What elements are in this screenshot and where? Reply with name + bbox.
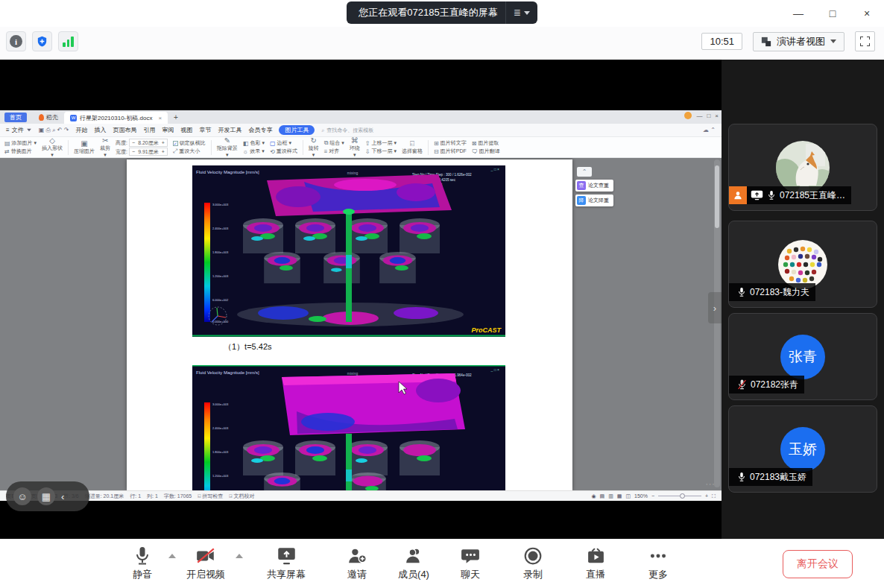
align-button[interactable]: ≡对齐	[324, 148, 344, 155]
share-screen-button[interactable]: 共享屏幕	[256, 546, 316, 581]
live-stream-button[interactable]: 直播	[572, 546, 619, 581]
new-tab-button[interactable]: +	[174, 113, 178, 121]
view-page-icon[interactable]: ▤	[600, 493, 605, 499]
procast-simulation-image-1[interactable]: _ □ × Fluid Velocity Magnitude [mm/s] mi…	[192, 165, 505, 337]
zoom-level[interactable]: 150%	[634, 493, 648, 499]
meeting-info-button[interactable]: i	[6, 31, 26, 51]
menu-insert[interactable]: 插入	[94, 126, 106, 134]
document-page[interactable]: _ □ × Fluid Velocity Magnitude [mm/s] mi…	[127, 159, 572, 490]
selection-pane-button[interactable]: ⍇选择窗格	[402, 140, 423, 155]
replace-image-button[interactable]: ⇄替换图片	[4, 148, 37, 155]
menu-start[interactable]: 开始	[75, 126, 87, 134]
view-outline-icon[interactable]: ▦	[617, 493, 622, 499]
security-button[interactable]	[32, 31, 52, 51]
fullscreen-button[interactable]	[855, 31, 875, 51]
send-backward-button[interactable]: ⇩下移一层▾	[365, 148, 397, 155]
view-web-icon[interactable]: ▥	[608, 493, 613, 499]
menu-bar-right-icons[interactable]: ☁ ⌃	[703, 127, 716, 133]
view-mode-selector[interactable]: 演讲者视图	[753, 32, 844, 51]
menu-section[interactable]: 章节	[199, 126, 211, 134]
paper-check-button[interactable]: 查论文查重	[575, 180, 613, 192]
zoom-slider[interactable]	[658, 496, 701, 496]
image-to-pdf-button[interactable]: ⊟图片转PDF	[434, 148, 467, 155]
spell-check-button[interactable]: ⍇ 拼写检查	[198, 493, 223, 500]
maximize-button[interactable]: □	[815, 0, 850, 27]
minus-icon[interactable]: −	[132, 140, 135, 145]
wps-close-icon[interactable]: ×	[715, 113, 719, 119]
collapse-panel-button[interactable]: ⌃	[577, 167, 592, 177]
menu-dev-tools[interactable]: 开发工具	[218, 126, 241, 134]
emoji-reaction-button[interactable]: ☺	[13, 487, 31, 505]
file-menu[interactable]: ≡ 文件	[6, 126, 32, 134]
image-translate-button[interactable]: 🗨图片翻译	[472, 148, 500, 155]
readonly-eye-icon[interactable]: ◉	[591, 493, 596, 499]
view-read-icon[interactable]: ◫	[625, 493, 631, 499]
collapse-overlay-icon[interactable]: ‹	[61, 491, 64, 502]
invite-button[interactable]: 邀请	[334, 546, 380, 581]
zoom-in-button[interactable]: +	[705, 493, 708, 499]
minimize-button[interactable]: —	[781, 0, 815, 27]
crop-button[interactable]: ✂裁剪▾	[100, 137, 110, 158]
sidebar-collapse-handle[interactable]: ›	[708, 292, 722, 323]
participant-tile[interactable]: 张青 072182张青	[728, 313, 877, 400]
fit-page-icon[interactable]: ⛶	[712, 493, 716, 499]
reset-size-button[interactable]: ⤢重设大小	[173, 148, 206, 155]
width-stepper[interactable]: 宽度:−9.91厘米+	[116, 148, 168, 156]
procast-simulation-image-2[interactable]: _ □ × Fluid Velocity Magnitude [mm/s] mi…	[192, 365, 505, 490]
participant-tile[interactable]: 072183-魏力夫	[728, 221, 877, 308]
scrollbar-thumb[interactable]	[715, 165, 719, 228]
wps-minimize-icon[interactable]: —	[696, 113, 702, 119]
mic-options-caret[interactable]	[168, 554, 176, 558]
insert-shape-button[interactable]: ◇插入形状▾	[42, 137, 63, 158]
image-to-text-button[interactable]: ⊞图片转文字	[434, 139, 467, 147]
wps-restore-icon[interactable]: □	[707, 113, 710, 119]
minus-icon[interactable]: −	[132, 149, 135, 154]
group-button[interactable]: ⧉组合▾	[324, 139, 344, 147]
close-button[interactable]: ×	[850, 0, 884, 27]
picture-tools-tab[interactable]: 图片工具	[279, 125, 315, 135]
menu-review[interactable]: 审阅	[162, 126, 174, 134]
menu-references[interactable]: 引用	[143, 126, 155, 134]
more-button[interactable]: 更多	[635, 546, 681, 581]
quick-access-toolbar[interactable]: ▣ ⎙ ⌕ ↶ ↷	[39, 127, 69, 134]
network-quality-button[interactable]	[58, 31, 78, 51]
participant-tile[interactable]: 玉娇 072183戴玉娇	[728, 405, 877, 493]
effect-button[interactable]: ☼效果▾	[243, 148, 265, 155]
height-stepper[interactable]: 高度:−8.20厘米+	[116, 139, 168, 147]
more-overlay-icon[interactable]: ⋯	[705, 478, 716, 490]
plus-icon[interactable]: +	[162, 149, 165, 154]
add-image-button[interactable]: ▤添加图片▾	[4, 139, 37, 147]
remove-background-button[interactable]: ✎抠除背景▾	[217, 137, 238, 158]
close-tab-icon[interactable]: ×	[158, 115, 162, 121]
compress-image-button[interactable]: ▣压缩图片	[74, 140, 95, 155]
mute-button[interactable]: 静音	[119, 546, 165, 581]
border-button[interactable]: ▢边框▾	[270, 139, 297, 147]
zoom-out-button[interactable]: −	[651, 493, 654, 499]
wps-account-avatar[interactable]	[684, 112, 692, 119]
wps-home-tab[interactable]: 首页	[4, 113, 27, 122]
zoom-slider-knob[interactable]	[680, 493, 685, 499]
chat-button[interactable]: 聊天	[447, 546, 493, 581]
plus-icon[interactable]: +	[162, 140, 165, 145]
proofread-button[interactable]: ⍈ 文档校对	[229, 493, 254, 500]
video-options-caret[interactable]	[236, 554, 243, 558]
wps-store-tab[interactable]: 稻壳	[33, 113, 64, 122]
paper-reduce-button[interactable]: 降论文降重	[575, 195, 613, 206]
command-search[interactable]: ⌕ 查找命令、搜索模板	[321, 127, 373, 134]
participant-tile[interactable]: 072185王直峰…	[728, 124, 877, 211]
bring-forward-button[interactable]: ⇧上移一层▾	[365, 139, 397, 147]
members-button[interactable]: 成员(4)	[391, 546, 437, 581]
lock-aspect-checkbox[interactable]: ✓锁定纵横比	[173, 139, 206, 147]
menu-member[interactable]: 会员专享	[248, 126, 272, 134]
banner-menu-button[interactable]: ≣	[505, 1, 537, 24]
record-button[interactable]: 录制	[510, 546, 556, 581]
wrap-button[interactable]: ⌘环绕▾	[350, 137, 360, 158]
leave-meeting-button[interactable]: 离开会议	[783, 550, 853, 578]
start-video-button[interactable]: 开启视频	[179, 546, 233, 581]
dial-pad-button[interactable]: ▦	[37, 487, 55, 505]
rotate-button[interactable]: ↻旋转▾	[309, 137, 319, 158]
color-button[interactable]: ◧色彩▾	[243, 139, 265, 147]
menu-view[interactable]: 视图	[180, 126, 192, 134]
menu-page-layout[interactable]: 页面布局	[113, 126, 136, 134]
wps-document-tab[interactable]: W 行星架20210310-初稿.docx ×	[64, 112, 168, 124]
